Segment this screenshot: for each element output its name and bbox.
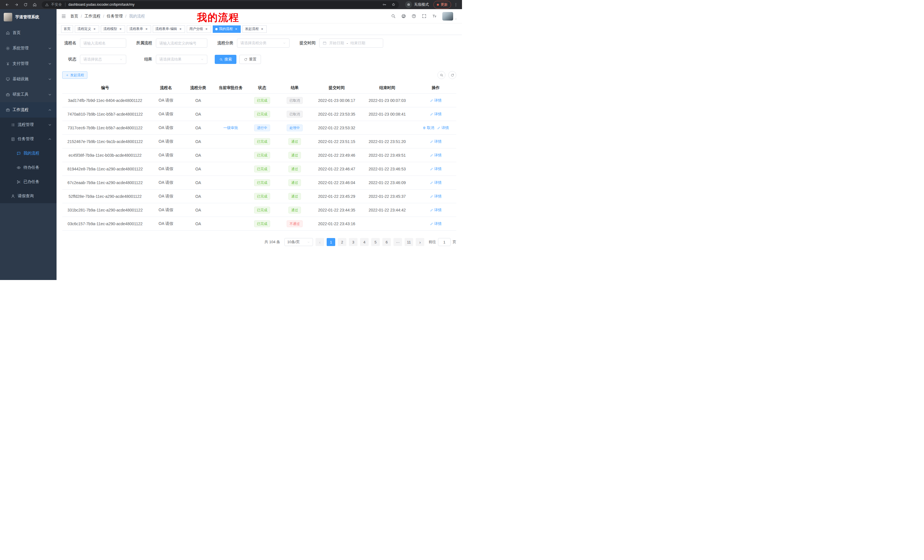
fontsize-icon[interactable] — [432, 14, 437, 18]
detail-action[interactable]: 详情 — [430, 139, 442, 144]
sidebar-item[interactable]: 工作流程 — [0, 102, 57, 118]
sidebar-item[interactable]: 流程管理 — [0, 118, 57, 132]
close-tab-icon[interactable]: × — [144, 27, 148, 31]
sidebar-item-label: 首页 — [13, 30, 52, 35]
cell-name: OA 请假 — [148, 176, 184, 190]
sidebar-item[interactable]: 首页 — [0, 25, 57, 40]
status-badge: 已完成 — [254, 207, 270, 214]
tab-item[interactable]: 用户分组× — [187, 25, 211, 33]
breadcrumb: 首页/工作流程/任务管理/我的流程 — [70, 14, 145, 19]
search-button[interactable]: 搜索 — [215, 55, 236, 64]
close-tab-icon[interactable]: × — [260, 27, 264, 31]
reset-button[interactable]: 重置 — [239, 55, 261, 64]
tab-item[interactable]: 我的流程× — [213, 25, 241, 33]
current-task-link[interactable]: 一级审批 — [223, 125, 238, 130]
page-button[interactable]: 3 — [349, 238, 357, 246]
tab-item[interactable]: 流程表单× — [127, 25, 151, 33]
collapse-sidebar-icon[interactable] — [61, 14, 66, 19]
close-tab-icon[interactable]: × — [178, 27, 183, 31]
goto-page-input[interactable] — [438, 238, 451, 246]
forward-icon[interactable] — [13, 1, 20, 8]
github-icon[interactable] — [401, 14, 406, 18]
tab-item[interactable]: 流程定义× — [75, 25, 99, 33]
page-button[interactable]: 11 — [405, 238, 413, 246]
page-button[interactable]: 5 — [371, 238, 380, 246]
sidebar-item[interactable]: 基础设施 — [0, 71, 57, 87]
sidebar-item[interactable]: 请假查询 — [0, 189, 57, 203]
page-button[interactable]: 6 — [382, 238, 391, 246]
detail-action[interactable]: 详情 — [430, 166, 442, 172]
status-select[interactable]: 请选择状态 — [80, 55, 126, 64]
close-tab-icon[interactable]: × — [93, 27, 96, 31]
close-tab-icon[interactable]: × — [118, 27, 123, 31]
detail-action[interactable]: 详情 — [430, 153, 442, 158]
cell-name: OA 请假 — [148, 148, 184, 162]
process-name-input[interactable] — [80, 39, 126, 48]
breadcrumb-item[interactable]: 任务管理 — [107, 14, 123, 19]
user-menu[interactable] — [442, 12, 458, 21]
detail-action[interactable]: 详情 — [430, 194, 442, 199]
detail-action[interactable]: 详情 — [430, 180, 442, 185]
prev-page-button[interactable]: ‹ — [315, 238, 324, 246]
cell-category: OA — [184, 203, 213, 217]
briefcase-icon — [6, 108, 10, 112]
eye-icon — [16, 166, 21, 170]
browser-home-icon[interactable] — [31, 1, 38, 8]
toggle-search-button[interactable] — [438, 71, 446, 79]
tab-item[interactable]: 首页 — [61, 25, 73, 33]
sidebar-item[interactable]: 已办任务 — [0, 175, 57, 189]
address-bar[interactable]: 不安全 dashboard.yudao.iocoder.cn/bpm/task/… — [42, 1, 399, 8]
create-process-button[interactable]: 发起流程 — [62, 71, 87, 79]
key-icon[interactable] — [382, 3, 386, 7]
page-button[interactable]: 4 — [360, 238, 369, 246]
cell-id: ec45f38f-7b9a-11ec-b03b-acde48001122 — [62, 148, 148, 162]
breadcrumb-separator: / — [125, 14, 126, 18]
pencil-icon — [437, 126, 441, 130]
tab-item[interactable]: 发起流程× — [242, 25, 267, 33]
tab-item[interactable]: 流程表单-编辑× — [153, 25, 185, 33]
star-icon[interactable] — [392, 3, 396, 7]
fullscreen-icon[interactable] — [422, 14, 427, 18]
sidebar-item[interactable]: 我的流程 — [0, 146, 57, 160]
page-button[interactable]: 2 — [338, 238, 346, 246]
sidebar-item[interactable]: 研发工具 — [0, 87, 57, 102]
date-range-picker[interactable]: 开始日期 - 结束日期 — [319, 39, 383, 48]
close-tab-icon[interactable]: × — [204, 27, 208, 31]
next-page-button[interactable]: › — [416, 238, 424, 246]
process-def-input[interactable] — [156, 39, 207, 48]
tab-item[interactable]: 流程模型× — [101, 25, 125, 33]
update-button[interactable]: 更新 — [434, 1, 451, 9]
sidebar-item[interactable]: 支付管理 — [0, 56, 57, 71]
sidebar-item[interactable]: 任务管理 — [0, 132, 57, 146]
detail-action[interactable]: 详情 — [430, 98, 442, 103]
breadcrumb-item[interactable]: 工作流程 — [84, 14, 100, 19]
question-icon[interactable] — [411, 14, 416, 18]
result-select[interactable]: 请选择流结果 — [156, 55, 207, 64]
page-button[interactable]: 1 — [327, 238, 335, 246]
close-tab-icon[interactable]: × — [234, 27, 238, 31]
sidebar-item[interactable]: 待办任务 — [0, 160, 57, 175]
table-row: 67c2eaab-7b9a-11ec-a290-acde48001122OA 请… — [62, 176, 456, 190]
refresh-table-button[interactable] — [448, 71, 456, 79]
table-row: 331bc281-7b9a-11ec-a290-acde48001122OA 请… — [62, 203, 456, 217]
cancel-action[interactable]: 取消 — [423, 125, 434, 130]
page-size-select[interactable]: 10条/页 — [284, 238, 313, 246]
page-ellipsis[interactable]: ··· — [393, 238, 402, 246]
breadcrumb-item[interactable]: 首页 — [70, 14, 78, 19]
cell-end-time: 2022-01-22 23:45:37 — [359, 190, 415, 203]
detail-action[interactable]: 详情 — [430, 208, 442, 213]
reload-icon[interactable] — [22, 1, 29, 8]
cell-category: OA — [184, 190, 213, 203]
detail-action[interactable]: 详情 — [430, 221, 442, 226]
sidebar-item[interactable]: 系统管理 — [0, 40, 57, 56]
cell-name: OA 请假 — [148, 94, 184, 107]
detail-action[interactable]: 详情 — [437, 125, 449, 130]
browser-menu-icon[interactable] — [453, 3, 459, 7]
search-icon[interactable] — [391, 14, 396, 18]
detail-action[interactable]: 详情 — [430, 112, 442, 117]
result-badge: 不通过 — [286, 220, 303, 227]
back-icon[interactable] — [3, 1, 11, 8]
cell-category: OA — [184, 176, 213, 190]
category-select[interactable]: 请选择流程分类 — [237, 39, 290, 48]
chevron-down-icon — [283, 41, 286, 45]
